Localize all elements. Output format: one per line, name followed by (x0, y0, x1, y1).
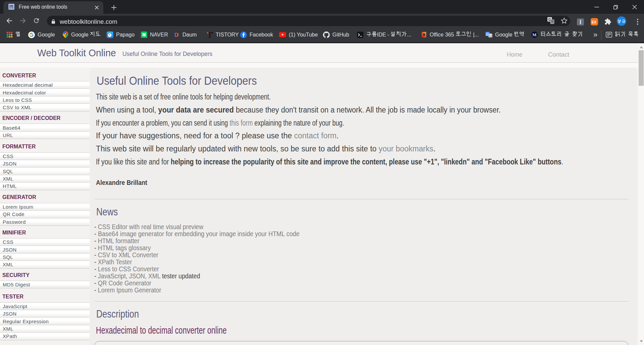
svg-text:EX: EX (592, 20, 596, 24)
svg-text:D: D (174, 32, 178, 38)
svg-text:M: M (532, 32, 536, 37)
